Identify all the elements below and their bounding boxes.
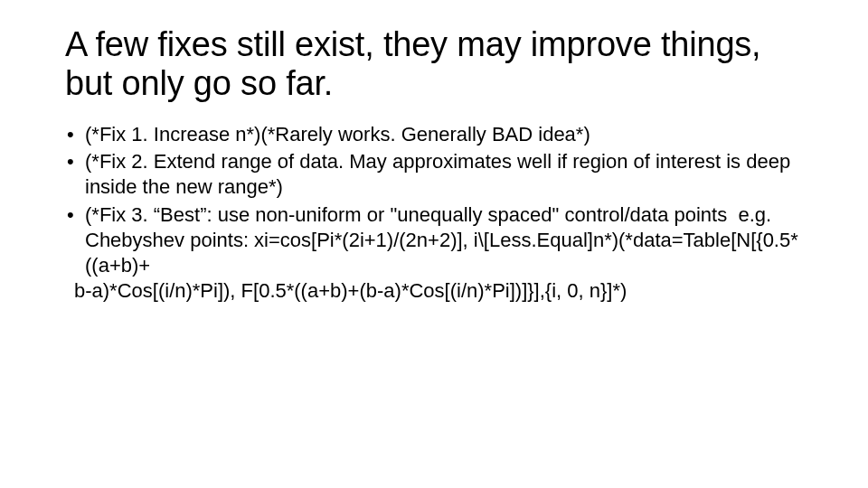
- bullet-text: (*Fix 1. Increase n*)(*Rarely works. Gen…: [85, 123, 590, 145]
- slide: A few fixes still exist, they may improv…: [0, 0, 868, 304]
- bullet-list: (*Fix 1. Increase n*)(*Rarely works. Gen…: [65, 122, 803, 304]
- bullet-text: (*Fix 3. “Best”: use non-uniform or "une…: [85, 203, 798, 277]
- bullet-text: (*Fix 2. Extend range of data. May appro…: [85, 150, 790, 198]
- list-item: (*Fix 2. Extend range of data. May appro…: [65, 149, 803, 200]
- slide-title: A few fixes still exist, they may improv…: [65, 25, 803, 102]
- bullet-continuation: b-a)*Cos[(i/n)*Pi]), F[0.5*((a+b)+(b-a)*…: [74, 278, 803, 304]
- list-item: (*Fix 1. Increase n*)(*Rarely works. Gen…: [65, 122, 803, 147]
- list-item: (*Fix 3. “Best”: use non-uniform or "une…: [65, 202, 803, 305]
